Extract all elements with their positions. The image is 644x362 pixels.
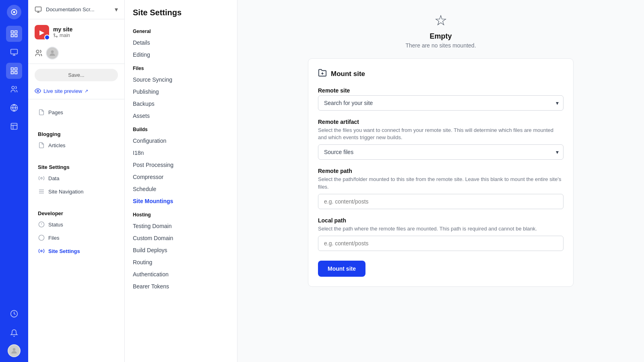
eye-icon — [35, 88, 41, 94]
mount-site-button[interactable]: Mount site — [318, 261, 365, 277]
svg-point-27 — [51, 50, 54, 53]
svg-point-36 — [39, 235, 44, 240]
user-avatar-sidebar — [46, 47, 59, 60]
monitor-icon[interactable] — [6, 44, 22, 60]
clock-icon[interactable] — [6, 306, 22, 322]
routing-item[interactable]: Routing — [125, 256, 237, 268]
app-logo[interactable] — [7, 5, 21, 19]
backups-item[interactable]: Backups — [125, 98, 237, 110]
nav-section-developer: Developer Status Files Site Settings — [28, 200, 124, 259]
svg-rect-5 — [15, 35, 17, 37]
mount-card-title: Mount site — [318, 68, 564, 79]
svg-rect-11 — [11, 72, 14, 74]
files-nav[interactable]: Files — [35, 231, 118, 244]
empty-subtitle: There are no sites mounted. — [405, 42, 476, 49]
pages-icon — [38, 109, 45, 116]
site-mountings-item[interactable]: Site Mountings — [125, 195, 237, 207]
custom-domain-item[interactable]: Custom Domain — [125, 232, 237, 244]
local-path-label: Local path — [318, 217, 564, 224]
details-item[interactable]: Details — [125, 37, 237, 49]
general-group-label: General — [125, 24, 237, 37]
svg-point-37 — [41, 250, 42, 252]
testing-domain-item[interactable]: Testing Domain — [125, 220, 237, 232]
empty-state: ☆ Empty There are no sites mounted. — [405, 12, 476, 49]
files-group-label: Files — [125, 61, 237, 74]
site-settings-label: Site Settings — [48, 248, 80, 254]
folder-icon — [318, 68, 327, 79]
globe-icon[interactable] — [6, 100, 22, 116]
remote-path-desc: Select the path/folder mounted to this s… — [318, 176, 564, 190]
svg-point-29 — [41, 177, 42, 179]
pages-label: Pages — [48, 109, 63, 115]
files-icon — [38, 234, 45, 241]
users-icon[interactable] — [6, 81, 22, 97]
remote-artifact-select-wrapper: Source files Build artifacts ▾ — [318, 144, 564, 160]
remote-site-select-wrapper: Search for your site ▾ — [318, 95, 564, 111]
authentication-item[interactable]: Authentication — [125, 268, 237, 280]
svg-point-28 — [37, 90, 39, 92]
site-settings-nav[interactable]: Site Settings — [35, 245, 118, 257]
articles-icon — [38, 142, 45, 149]
mount-card: Mount site Remote site Search for your s… — [308, 58, 574, 287]
site-name: my site — [53, 26, 118, 33]
grid-icon[interactable] — [6, 63, 22, 79]
home-icon[interactable] — [6, 26, 22, 42]
remote-artifact-desc: Select the files you want to connect fro… — [318, 127, 564, 141]
editing-item[interactable]: Editing — [125, 49, 237, 61]
remote-site-label: Remote site — [318, 87, 564, 94]
site-icon: ▶ — [35, 25, 49, 39]
remote-artifact-label: Remote artifact — [318, 119, 564, 125]
status-icon — [38, 221, 45, 228]
dashboard-icon[interactable] — [6, 118, 22, 134]
live-preview-link[interactable]: Live site preview ↗ — [28, 86, 124, 99]
schedule-item[interactable]: Schedule — [125, 183, 237, 195]
svg-rect-2 — [11, 31, 14, 33]
save-button[interactable]: Save... — [35, 69, 118, 81]
svg-rect-10 — [15, 68, 17, 70]
svg-rect-3 — [15, 31, 17, 33]
configuration-item[interactable]: Configuration — [125, 135, 237, 147]
svg-rect-6 — [11, 49, 18, 54]
site-navigation-nav[interactable]: Site Navigation — [35, 185, 118, 198]
svg-point-25 — [54, 34, 55, 35]
developer-group-label: Developer — [35, 206, 118, 218]
compressor-item[interactable]: Compressor — [125, 171, 237, 183]
local-path-group: Local path Select the path where the rem… — [318, 217, 564, 251]
remote-site-select[interactable]: Search for your site — [318, 95, 564, 111]
build-deploys-item[interactable]: Build Deploys — [125, 244, 237, 256]
svg-point-24 — [56, 36, 58, 37]
main-content: ☆ Empty There are no sites mounted. Moun… — [237, 0, 644, 362]
remote-artifact-select[interactable]: Source files Build artifacts — [318, 144, 564, 160]
remote-path-input[interactable] — [318, 194, 564, 209]
nav-section-site-settings: Site Settings Data Site Navigation — [28, 154, 124, 200]
site-navigation-icon — [38, 188, 45, 195]
team-icon — [35, 49, 43, 57]
site-settings-icon — [38, 247, 45, 255]
bearer-tokens-item[interactable]: Bearer Tokens — [125, 280, 237, 292]
bell-icon[interactable] — [6, 325, 22, 341]
i18n-item[interactable]: I18n — [125, 147, 237, 159]
source-syncing-item[interactable]: Source Syncing — [125, 74, 237, 86]
settings-panel: Site Settings General Details Editing Fi… — [125, 0, 237, 362]
remote-path-group: Remote path Select the path/folder mount… — [318, 168, 564, 209]
assets-item[interactable]: Assets — [125, 110, 237, 122]
status-nav[interactable]: Status — [35, 218, 118, 231]
mount-card-title-text: Mount site — [331, 70, 365, 78]
workspace-dropdown-icon[interactable]: ▾ — [115, 6, 118, 13]
user-avatar-bottom[interactable] — [8, 344, 21, 357]
pages-nav[interactable]: Pages — [35, 106, 118, 119]
data-label: Data — [48, 175, 59, 181]
svg-rect-21 — [35, 7, 41, 11]
hosting-group-label: Hosting — [125, 207, 237, 220]
publishing-item[interactable]: Publishing — [125, 86, 237, 98]
workspace-name: Documentation Scr... — [46, 6, 111, 12]
site-branch: main — [53, 33, 118, 38]
site-settings-group-label: Site Settings — [35, 160, 118, 172]
articles-label: Articles — [48, 142, 66, 148]
local-path-input[interactable] — [318, 236, 564, 251]
local-path-desc: Select the path where the remote files a… — [318, 225, 564, 232]
post-processing-item[interactable]: Post Processing — [125, 159, 237, 171]
articles-nav[interactable]: Articles — [35, 139, 118, 152]
data-nav[interactable]: Data — [35, 172, 118, 185]
builds-group-label: Builds — [125, 122, 237, 135]
